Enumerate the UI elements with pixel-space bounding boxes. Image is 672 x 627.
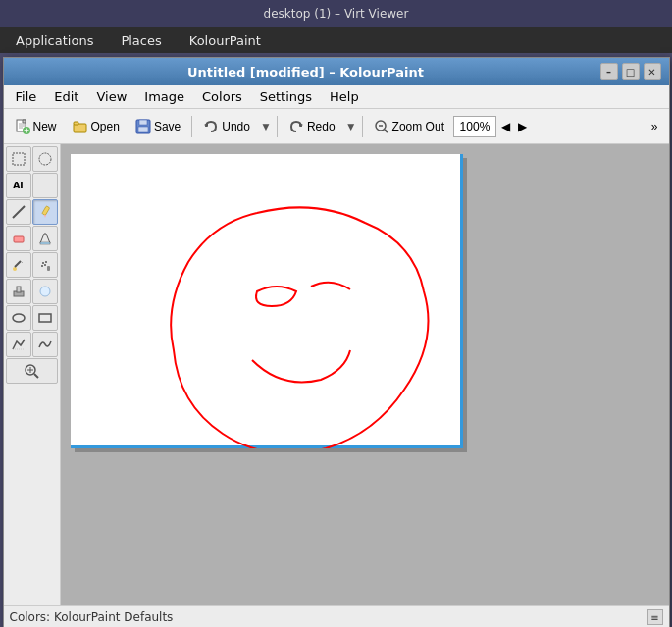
new-label: New [33, 120, 57, 133]
canvas-wrapper [71, 154, 522, 596]
svg-rect-37 [39, 314, 51, 322]
tool-row-4 [6, 226, 58, 251]
canvas-surface[interactable] [71, 154, 463, 448]
zoom-decrease-button[interactable]: ◀ [498, 113, 513, 140]
palette-header: Colors: KolourPaint Defaults ≡ [8, 608, 665, 626]
redo-dropdown[interactable]: ▼ [344, 120, 358, 133]
tool-row-9 [6, 358, 58, 384]
svg-point-28 [42, 262, 44, 264]
menu-image[interactable]: Image [136, 87, 192, 106]
eyedropper-tool[interactable] [6, 252, 31, 278]
palette-menu-icon[interactable]: ≡ [647, 609, 663, 625]
svg-rect-32 [47, 266, 50, 271]
zoom-increase-button[interactable]: ▶ [515, 113, 530, 140]
svg-point-35 [40, 287, 50, 296]
zoom-input[interactable] [453, 116, 496, 137]
eraser-tool[interactable] [6, 226, 31, 251]
undo-button[interactable]: Undo [196, 113, 257, 140]
menu-settings[interactable]: Settings [252, 87, 320, 106]
pencil-tool[interactable] [32, 199, 58, 225]
menu-view[interactable]: View [88, 87, 134, 106]
menu-help[interactable]: Help [322, 87, 367, 106]
palette-area: Colors: KolourPaint Defaults ≡ ↖ [4, 605, 669, 627]
separator-1 [191, 116, 192, 137]
svg-line-17 [385, 130, 388, 132]
kolourpaint-window: Untitled [modified] – KolourPaint – □ ✕ … [3, 57, 670, 627]
svg-point-31 [41, 265, 43, 267]
maximize-button[interactable]: □ [622, 63, 640, 80]
svg-rect-34 [17, 287, 21, 292]
svg-rect-9 [74, 122, 78, 125]
svg-rect-18 [13, 153, 25, 165]
tool-row-7 [6, 305, 58, 331]
stamp-tool[interactable] [6, 279, 31, 304]
spray-tool[interactable] [32, 252, 58, 278]
svg-point-30 [44, 264, 46, 266]
separator-2 [277, 116, 278, 137]
window-titlebar: Untitled [modified] – KolourPaint – □ ✕ [4, 58, 669, 85]
polyline-tool[interactable] [6, 332, 31, 357]
svg-rect-11 [139, 120, 147, 125]
close-button[interactable]: ✕ [644, 63, 661, 80]
open-label: Open [91, 120, 120, 133]
fill-tool[interactable] [32, 226, 58, 251]
main-toolbar: New Open Save Undo ▼ [4, 109, 669, 144]
svg-point-19 [39, 153, 51, 165]
line-tool[interactable] [6, 199, 31, 225]
svg-rect-23 [14, 236, 24, 242]
tool-row-3 [6, 199, 58, 225]
svg-rect-21 [41, 206, 49, 216]
more-button[interactable]: » [645, 113, 665, 140]
undo-dropdown[interactable]: ▼ [259, 120, 273, 133]
tool-row-2: AI [6, 173, 58, 198]
undo-icon [203, 119, 219, 134]
ellipse-tool[interactable] [6, 305, 31, 331]
canvas-container[interactable] [61, 144, 669, 605]
selection-free-tool[interactable] [32, 146, 58, 172]
menu-file[interactable]: File [8, 87, 45, 106]
open-button[interactable]: Open [66, 113, 127, 140]
drawing-canvas[interactable] [71, 154, 463, 448]
minimize-button[interactable]: – [600, 63, 618, 80]
tool-row-6 [6, 279, 58, 304]
top-panel: Applications Places KolourPaint [0, 27, 672, 53]
curve-tool[interactable] [32, 332, 58, 357]
rect-tool[interactable] [32, 305, 58, 331]
panel-places[interactable]: Places [113, 31, 169, 50]
tool-row-8 [6, 332, 58, 357]
text-tool[interactable]: AI [6, 173, 31, 198]
desktop-title: desktop (1) – Virt Viewer [264, 7, 409, 21]
menu-colors[interactable]: Colors [194, 87, 250, 106]
redo-label: Redo [307, 120, 336, 133]
selection-rect-tool[interactable] [6, 146, 31, 172]
redo-button[interactable]: Redo [282, 113, 342, 140]
save-icon [135, 119, 151, 134]
blur-tool[interactable] [32, 279, 58, 304]
palette-title: Colors: KolourPaint Defaults [10, 610, 174, 624]
zoom-out-icon [374, 119, 389, 134]
panel-kolourpaint[interactable]: KolourPaint [181, 31, 269, 50]
zoom-tool[interactable] [6, 358, 58, 384]
tool-row-1 [6, 146, 58, 172]
save-button[interactable]: Save [129, 113, 187, 140]
svg-marker-1 [23, 120, 26, 123]
extra-tool[interactable] [32, 173, 58, 198]
undo-label: Undo [222, 120, 250, 133]
menu-edit[interactable]: Edit [46, 87, 86, 106]
titlebar-buttons: – □ ✕ [600, 63, 661, 80]
panel-applications[interactable]: Applications [8, 31, 101, 50]
svg-point-29 [45, 261, 47, 263]
svg-rect-12 [138, 127, 148, 132]
main-content: AI [4, 144, 669, 605]
redo-icon [288, 119, 304, 134]
svg-line-39 [34, 374, 38, 378]
save-label: Save [154, 120, 181, 133]
svg-line-20 [13, 206, 25, 218]
svg-line-26 [15, 261, 21, 267]
new-button[interactable]: New [8, 113, 64, 140]
zoom-out-button[interactable]: Zoom Out [367, 113, 451, 140]
window-title: Untitled [modified] – KolourPaint [12, 65, 600, 79]
app-menubar: File Edit View Image Colors Settings Hel… [4, 85, 669, 109]
svg-point-25 [13, 267, 17, 271]
separator-3 [362, 116, 363, 137]
